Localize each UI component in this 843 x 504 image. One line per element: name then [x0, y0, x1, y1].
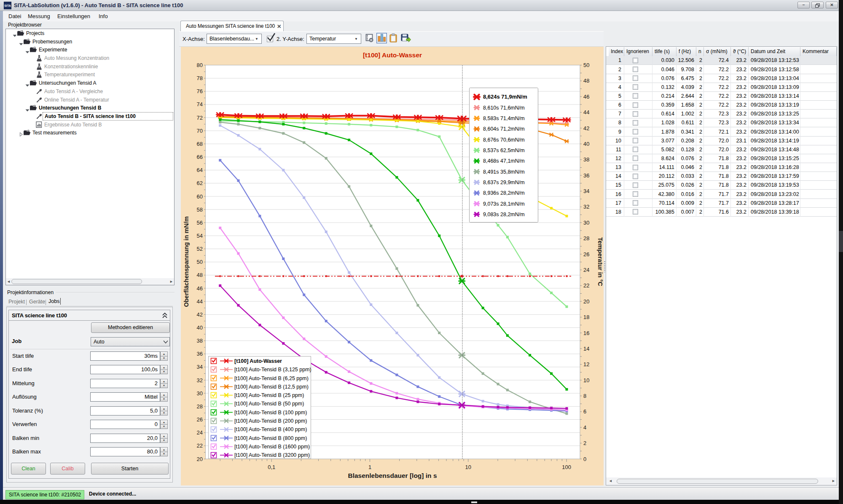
- svg-text:70: 70: [197, 128, 203, 134]
- svg-text:42: 42: [583, 125, 589, 131]
- svg-text:56: 56: [197, 220, 203, 226]
- svg-text:[t100] Auto-Tensid B (3200 ppm: [t100] Auto-Tensid B (3200 ppm): [234, 452, 310, 458]
- svg-text:34: 34: [197, 364, 203, 370]
- svg-text:8,637s 29,9mN/m: 8,637s 29,9mN/m: [483, 180, 525, 185]
- svg-text:8,468s 47,1mN/m: 8,468s 47,1mN/m: [483, 158, 525, 164]
- svg-text:4: 4: [583, 424, 586, 431]
- svg-text:44: 44: [197, 298, 203, 305]
- svg-text:8: 8: [583, 393, 586, 399]
- svg-text:Blasenlebensdauer [log] in s: Blasenlebensdauer [log] in s: [348, 472, 437, 479]
- svg-text:[t100] Auto-Wasser: [t100] Auto-Wasser: [234, 358, 282, 364]
- svg-text:8,936s 28,2mN/m: 8,936s 28,2mN/m: [483, 190, 525, 196]
- svg-text:[t100] Auto-Tensid B (1600 ppm: [t100] Auto-Tensid B (1600 ppm): [234, 444, 310, 450]
- svg-text:34: 34: [583, 188, 589, 194]
- svg-text:22: 22: [197, 442, 203, 449]
- svg-text:9,073s 28,1mN/m: 9,073s 28,1mN/m: [483, 201, 525, 207]
- svg-text:Oberflächenspannung in mN/m: Oberflächenspannung in mN/m: [183, 216, 190, 307]
- svg-text:24: 24: [197, 429, 203, 436]
- svg-text:10: 10: [465, 464, 471, 470]
- svg-text:[t100] Auto-Tensid B (25 ppm): [t100] Auto-Tensid B (25 ppm): [234, 392, 304, 398]
- svg-text:60: 60: [197, 193, 203, 200]
- svg-text:8,537s 62,5mN/m: 8,537s 62,5mN/m: [483, 147, 525, 153]
- svg-text:32: 32: [197, 377, 203, 383]
- svg-text:26: 26: [197, 416, 203, 423]
- svg-text:8,610s 71,6mN/m: 8,610s 71,6mN/m: [483, 105, 525, 111]
- svg-text:12: 12: [583, 361, 589, 367]
- svg-text:[t100] Auto-Wasser: [t100] Auto-Wasser: [363, 51, 422, 59]
- svg-text:48: 48: [583, 78, 589, 84]
- svg-text:30: 30: [583, 220, 589, 226]
- svg-text:9,083s 28,2mN/m: 9,083s 28,2mN/m: [483, 212, 525, 217]
- svg-text:40: 40: [583, 141, 589, 147]
- svg-text:28: 28: [197, 403, 203, 410]
- svg-text:Temperatur in °C: Temperatur in °C: [597, 237, 604, 286]
- svg-text:64: 64: [197, 167, 203, 173]
- svg-text:78: 78: [197, 75, 203, 81]
- svg-text:[t100] Auto-Tensid B (400 ppm): [t100] Auto-Tensid B (400 ppm): [234, 426, 307, 432]
- svg-text:50: 50: [197, 259, 203, 265]
- svg-text:42: 42: [197, 311, 203, 318]
- svg-text:8,583s 71,4mN/m: 8,583s 71,4mN/m: [483, 115, 525, 121]
- svg-text:68: 68: [197, 141, 203, 147]
- svg-text:18: 18: [583, 314, 589, 320]
- svg-text:6: 6: [583, 408, 586, 415]
- svg-text:[t100] Auto-Tensid B (12,5 ppm: [t100] Auto-Tensid B (12,5 ppm): [234, 384, 309, 390]
- svg-text:54: 54: [197, 233, 203, 239]
- svg-text:52: 52: [197, 246, 203, 252]
- svg-text:38: 38: [583, 156, 589, 163]
- svg-text:100: 100: [562, 464, 571, 470]
- svg-text:36: 36: [197, 351, 203, 357]
- svg-text:1: 1: [368, 464, 371, 470]
- svg-text:8,676s 70,6mN/m: 8,676s 70,6mN/m: [483, 137, 525, 143]
- svg-text:20: 20: [583, 298, 589, 305]
- svg-text:32: 32: [583, 204, 589, 210]
- svg-text:8,604s 71,2mN/m: 8,604s 71,2mN/m: [483, 126, 525, 132]
- svg-text:44: 44: [583, 109, 589, 115]
- svg-text:16: 16: [583, 330, 589, 336]
- svg-text:20: 20: [197, 456, 203, 462]
- svg-text:8,491s 35,8mN/m: 8,491s 35,8mN/m: [483, 169, 525, 175]
- svg-text:30: 30: [197, 390, 203, 397]
- svg-text:0,1: 0,1: [268, 464, 275, 470]
- svg-text:22: 22: [583, 282, 589, 289]
- svg-text:26: 26: [583, 251, 589, 257]
- svg-text:72: 72: [197, 115, 203, 121]
- svg-text:[t100] Auto-Tensid B (50 ppm): [t100] Auto-Tensid B (50 ppm): [234, 401, 304, 407]
- svg-text:80: 80: [197, 62, 203, 68]
- svg-text:24: 24: [583, 267, 589, 273]
- svg-text:8,624s 71,9mN/m: 8,624s 71,9mN/m: [483, 94, 527, 100]
- svg-text:46: 46: [583, 94, 589, 100]
- svg-text:[t100] Auto-Tensid B (100 ppm): [t100] Auto-Tensid B (100 ppm): [234, 410, 307, 416]
- svg-text:28: 28: [583, 235, 589, 241]
- svg-text:76: 76: [197, 88, 203, 94]
- svg-text:50: 50: [583, 62, 589, 68]
- svg-text:2: 2: [583, 440, 586, 446]
- svg-text:[t100] Auto-Tensid B (3,125 pp: [t100] Auto-Tensid B (3,125 ppm): [234, 367, 311, 373]
- svg-text:[t100] Auto-Tensid B (200 ppm): [t100] Auto-Tensid B (200 ppm): [234, 418, 307, 424]
- svg-text:[t100] Auto-Tensid B (6,25 ppm: [t100] Auto-Tensid B (6,25 ppm): [234, 375, 309, 381]
- svg-text:58: 58: [197, 206, 203, 213]
- svg-text:0: 0: [583, 456, 586, 462]
- svg-text:46: 46: [197, 285, 203, 292]
- svg-text:36: 36: [583, 172, 589, 179]
- svg-text:[t100] Auto-Tensid B (800 ppm): [t100] Auto-Tensid B (800 ppm): [234, 435, 307, 441]
- svg-text:38: 38: [197, 338, 203, 344]
- svg-text:62: 62: [197, 180, 203, 186]
- svg-text:10: 10: [583, 377, 589, 383]
- svg-text:66: 66: [197, 154, 203, 160]
- svg-text:48: 48: [197, 272, 203, 278]
- svg-text:74: 74: [197, 101, 203, 107]
- svg-text:14: 14: [583, 346, 589, 352]
- svg-text:40: 40: [197, 324, 203, 331]
